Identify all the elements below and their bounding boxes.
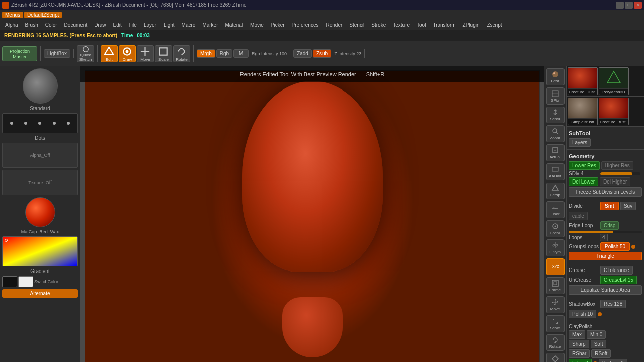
render-status-bar: RENDERING 16 SAMPLES. (Press Esc to abor… <box>0 30 644 41</box>
triangle-button[interactable]: Triangle <box>569 252 642 260</box>
del-lower-button[interactable]: Del Lower <box>569 177 598 186</box>
menu-texture[interactable]: Texture <box>390 22 413 28</box>
brush-preview-sphere[interactable] <box>23 68 58 104</box>
maximize-button[interactable]: □ <box>625 2 633 9</box>
xyz-icon-btn[interactable]: XYZ <box>546 258 565 276</box>
minimize-button[interactable]: _ <box>616 2 624 9</box>
menu-stencil[interactable]: Stencil <box>346 22 367 28</box>
m-button[interactable]: M <box>233 49 249 58</box>
quick-sketch-button[interactable]: Quick Sketch <box>77 45 94 62</box>
menu-draw[interactable]: Draw <box>91 22 109 28</box>
menu-movie[interactable]: Movie <box>247 22 267 28</box>
scroll-icon-btn[interactable]: Scroll <box>546 107 565 124</box>
lightbox-button[interactable]: LightBox <box>44 49 70 58</box>
move-button[interactable]: Move <box>137 45 154 62</box>
crease-lvl-button[interactable]: CreaseLvl 15 <box>600 276 637 284</box>
menu-menus[interactable]: Menus <box>2 12 23 18</box>
alpha-preview[interactable]: Alpha_Off <box>2 143 78 168</box>
mrgb-button[interactable]: Mrgb <box>197 49 215 58</box>
background-color-swatch[interactable] <box>18 276 33 287</box>
menu-brush[interactable]: Brush <box>22 22 41 28</box>
polish-10-button[interactable]: Polish 10 <box>569 310 596 318</box>
menu-document[interactable]: Document <box>61 22 91 28</box>
min-button[interactable]: Min 0 <box>587 330 606 339</box>
menu-stroke[interactable]: Stroke <box>368 22 389 28</box>
polish-50-button[interactable]: Polish 50 <box>600 242 630 251</box>
spix-icon-btn[interactable]: SPix <box>546 87 565 105</box>
floor-icon-btn[interactable]: Floor <box>546 201 565 218</box>
smt-button[interactable]: Smt <box>600 202 619 210</box>
menu-picker[interactable]: Picker <box>268 22 288 28</box>
layers-tab[interactable]: Layers <box>569 138 591 147</box>
alternate-button[interactable]: Alternate <box>2 289 78 298</box>
menu-light[interactable]: Light <box>160 22 178 28</box>
sharp-button[interactable]: Sharp <box>569 340 589 348</box>
max-button[interactable]: Max <box>569 330 585 339</box>
color-picker[interactable] <box>2 236 78 266</box>
menu-default-script[interactable]: DefaultZScript <box>24 12 62 18</box>
menu-file[interactable]: File <box>126 22 140 28</box>
material-preview[interactable] <box>25 197 55 227</box>
draw-button[interactable]: Draw <box>119 45 136 62</box>
menu-layer[interactable]: Layer <box>141 22 159 28</box>
best-render-icon-btn[interactable]: Best <box>546 68 565 85</box>
polyf-icon-btn[interactable]: PolyF <box>546 353 565 362</box>
menu-edit[interactable]: Edit <box>110 22 125 28</box>
rshar-button[interactable]: RShar <box>569 349 590 358</box>
suv-button[interactable]: Suv <box>620 202 636 210</box>
aahalf-icon-btn[interactable]: AAHalf <box>546 163 565 180</box>
freeze-subdiv-button[interactable]: Freeze SubDivision Levels <box>569 187 642 197</box>
rotate-tool-icon-btn[interactable]: Rotate <box>546 334 565 351</box>
lower-res-button[interactable]: Lower Res <box>569 161 600 170</box>
menu-preferences[interactable]: Preferences <box>289 22 322 28</box>
thumb-creature-bust[interactable]: Creature_Bust_ <box>599 98 629 125</box>
res-128-button[interactable]: Res 128 <box>600 300 626 308</box>
rsoft-button[interactable]: RSoft <box>591 349 611 358</box>
menu-zplugin[interactable]: ZPlugin <box>460 22 483 28</box>
sdiv-slider[interactable] <box>600 172 640 175</box>
menu-zscript[interactable]: Zscript <box>484 22 505 28</box>
menu-alpha[interactable]: Alpha <box>2 22 21 28</box>
projection-master-button[interactable]: Projection Master <box>2 46 37 61</box>
menu-color[interactable]: Color <box>42 22 60 28</box>
equalize-button[interactable]: Equalize Surface Area <box>569 285 642 295</box>
thumb-creature-dust[interactable]: Creature_Dust_ <box>568 67 598 95</box>
frame-icon-btn[interactable]: Frame <box>546 277 565 294</box>
cable-button[interactable]: cable <box>569 212 588 220</box>
surface-button[interactable]: Surface 0 <box>599 359 627 362</box>
thumb-polymesh[interactable]: PolyMesh3D <box>599 67 629 95</box>
lsym-icon-btn[interactable]: L.Sym <box>546 239 565 256</box>
sdiv-label: SDiv 4 <box>569 171 599 176</box>
scale-tool-icon-btn[interactable]: Scale <box>546 315 565 332</box>
rgb-button[interactable]: Rgb <box>216 49 232 58</box>
edge-button[interactable]: Edge 0 <box>569 359 592 362</box>
menu-material[interactable]: Material <box>222 22 247 28</box>
thumb-simple-brush[interactable]: SimpleBrush <box>568 98 598 125</box>
zoom-icon-btn[interactable]: Zoom <box>546 125 565 142</box>
foreground-color-swatch[interactable] <box>2 276 17 287</box>
local-icon-btn[interactable]: Local <box>546 220 565 237</box>
actual-icon-btn[interactable]: Actual <box>546 144 565 161</box>
close-button[interactable]: ✕ <box>634 2 642 9</box>
menu-tool[interactable]: Tool <box>414 22 429 28</box>
menu-macro[interactable]: Macro <box>179 22 199 28</box>
edit-button[interactable]: Edit <box>101 45 118 62</box>
sculpt-viewport[interactable] <box>85 70 540 362</box>
menu-transform[interactable]: Transform <box>430 22 458 28</box>
ctolerance-button[interactable]: CTolerance <box>600 266 633 275</box>
scale-button[interactable]: Scale <box>155 45 172 62</box>
crisp-button[interactable]: Crisp <box>600 221 619 230</box>
menu-render[interactable]: Render <box>323 22 346 28</box>
persp-icon-btn[interactable]: Persp <box>546 183 565 200</box>
edge-loop-slider[interactable] <box>569 231 642 233</box>
move-tool-icon-btn[interactable]: Move <box>546 296 565 313</box>
zadd-button[interactable]: Zadd <box>293 49 312 58</box>
texture-preview[interactable]: Texture_Off <box>2 170 78 195</box>
menu-marker[interactable]: Marker <box>199 22 221 28</box>
stroke-preview[interactable] <box>2 113 78 133</box>
soft-button[interactable]: Soft <box>591 340 607 348</box>
higher-res-button[interactable]: Higher Res <box>601 161 633 170</box>
rotate-button[interactable]: Rotate <box>173 45 190 62</box>
del-higher-button[interactable]: Del Higher <box>600 177 630 186</box>
zsub-button[interactable]: Zsub <box>313 49 331 58</box>
